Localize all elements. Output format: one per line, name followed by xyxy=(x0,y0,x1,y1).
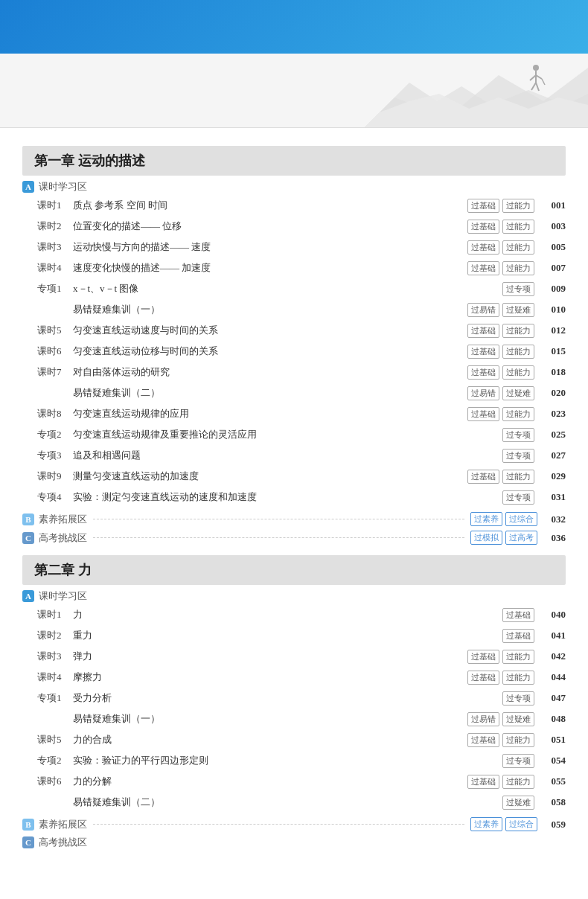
tag: 过基础 xyxy=(467,671,499,685)
toc-row[interactable]: 课时5力的合成过基础过能力051 xyxy=(22,729,566,750)
toc-number: 课时3 xyxy=(37,240,68,254)
toc-row[interactable]: 课时1力过基础040 xyxy=(22,604,566,625)
page-number: 018 xyxy=(543,366,566,378)
tag: 过专项 xyxy=(502,449,534,463)
tag: 过专项 xyxy=(502,754,534,768)
section-badge: A xyxy=(22,590,34,602)
tag: 过易错 xyxy=(467,303,499,317)
section-name: 课时学习区 xyxy=(39,589,87,603)
tag: 过素养 xyxy=(470,512,502,526)
tag: 过基础 xyxy=(467,733,499,747)
toc-text: 易错疑难集训（一） xyxy=(73,303,467,316)
tag: 过能力 xyxy=(502,407,534,421)
toc-text: 易错疑难集训（二） xyxy=(73,796,502,809)
toc-row[interactable]: 课时3运动快慢与方向的描述—— 速度过基础过能力005 xyxy=(22,237,566,257)
toc-tags: 过基础过能力 xyxy=(467,775,534,789)
toc-row[interactable]: 课时9测量匀变速直线运动的加速度过基础过能力029 xyxy=(22,466,566,487)
toc-row[interactable]: 课时7对自由落体运动的研究过基础过能力018 xyxy=(22,362,566,383)
tag: 过综合 xyxy=(505,512,537,526)
tag: 过模拟 xyxy=(470,531,502,545)
toc-text: 实验：测定匀变速直线运动的速度和加速度 xyxy=(73,490,502,504)
tag: 过专项 xyxy=(502,282,534,296)
main-content: 第一章 运动的描述A课时学习区课时1质点 参考系 空间 时间过基础过能力001课… xyxy=(0,128,588,858)
svg-line-6 xyxy=(536,75,542,79)
toc-text: 实验：验证力的平行四边形定则 xyxy=(73,754,502,767)
toc-text: 运动快慢与方向的描述—— 速度 xyxy=(73,240,467,254)
page-number: 042 xyxy=(543,650,566,662)
tag: 过基础 xyxy=(467,324,499,338)
svg-point-3 xyxy=(533,65,539,71)
mountains-decoration xyxy=(365,68,588,127)
toc-text: 匀变速直线运动规律的应用 xyxy=(73,407,467,420)
section-name: 素养拓展区 xyxy=(39,818,87,831)
svg-line-7 xyxy=(531,83,536,90)
tag: 过能力 xyxy=(502,650,534,664)
toc-row[interactable]: 专项3追及和相遇问题过专项027 xyxy=(22,445,566,466)
toc-row[interactable]: 易错疑难集训（一）过易错过疑难010 xyxy=(22,299,566,320)
toc-text: 匀变速直线运动位移与时间的关系 xyxy=(73,345,467,358)
toc-row[interactable]: 课时1质点 参考系 空间 时间过基础过能力001 xyxy=(22,195,566,216)
toc-row[interactable]: 易错疑难集训（二）过疑难058 xyxy=(22,792,566,813)
page-number: 048 xyxy=(543,713,566,725)
toc-tags: 过基础过能力 xyxy=(467,365,534,380)
tag: 过能力 xyxy=(502,220,534,234)
toc-tags: 过基础过能力 xyxy=(467,324,534,338)
tag: 过基础 xyxy=(467,345,499,359)
toc-tags: 过基础过能力 xyxy=(467,671,534,685)
toc-row[interactable]: 课时2重力过基础041 xyxy=(22,625,566,646)
toc-tags: 过基础 xyxy=(502,608,534,622)
toc-number: 课时6 xyxy=(37,775,68,788)
page-number: 040 xyxy=(543,609,566,621)
toc-number: 课时5 xyxy=(37,733,68,746)
chapter-title: 第二章 力 xyxy=(34,563,92,578)
toc-tags: 过基础过能力 xyxy=(467,470,534,484)
toc-row[interactable]: 课时6力的分解过基础过能力055 xyxy=(22,771,566,792)
page-number: 054 xyxy=(543,755,566,767)
page-number: 058 xyxy=(543,796,566,808)
page-number: 059 xyxy=(543,819,566,831)
toc-tags: 过基础过能力 xyxy=(467,345,534,359)
toc-tags: 过基础过能力 xyxy=(467,733,534,747)
toc-row[interactable]: 课时6匀变速直线运动位移与时间的关系过基础过能力015 xyxy=(22,341,566,362)
toc-row[interactable]: 专项2匀变速直线运动规律及重要推论的灵活应用过专项025 xyxy=(22,424,566,445)
toc-container: 第一章 运动的描述A课时学习区课时1质点 参考系 空间 时间过基础过能力001课… xyxy=(22,146,566,849)
toc-row[interactable]: 专项2实验：验证力的平行四边形定则过专项054 xyxy=(22,750,566,771)
section-dots xyxy=(93,824,464,825)
toc-tags: 过基础过能力 xyxy=(467,650,534,664)
toc-text: 重力 xyxy=(73,629,502,642)
toc-row[interactable]: 课时5匀变速直线运动速度与时间的关系过基础过能力012 xyxy=(22,320,566,341)
toc-row[interactable]: 课时3弹力过基础过能力042 xyxy=(22,646,566,667)
toc-row[interactable]: 专项1x－t、v－t 图像过专项009 xyxy=(22,278,566,299)
section-dots xyxy=(93,519,464,519)
toc-number: 课时3 xyxy=(37,650,68,663)
tag: 过基础 xyxy=(467,261,499,275)
toc-row[interactable]: 课时8匀变速直线运动规律的应用过基础过能力023 xyxy=(22,403,566,424)
tag: 过能力 xyxy=(502,199,534,213)
toc-text: 测量匀变速直线运动的加速度 xyxy=(73,470,467,483)
tag: 过能力 xyxy=(502,671,534,685)
section-name: 素养拓展区 xyxy=(39,513,87,526)
tag: 过疑难 xyxy=(502,303,534,317)
tag: 过能力 xyxy=(502,470,534,484)
toc-row[interactable]: 专项4实验：测定匀变速直线运动的速度和加速度过专项031 xyxy=(22,487,566,508)
page-number: 027 xyxy=(543,450,566,461)
toc-tags: 过易错过疑难 xyxy=(467,303,534,317)
toc-row[interactable]: 课时4速度变化快慢的描述—— 加速度过基础过能力007 xyxy=(22,257,566,278)
toc-number: 专项2 xyxy=(37,428,68,441)
tag: 过专项 xyxy=(502,428,534,442)
toc-text: 受力分析 xyxy=(73,691,502,705)
tag: 过基础 xyxy=(467,199,499,213)
toc-row[interactable]: 易错疑难集训（二）过易错过疑难020 xyxy=(22,383,566,403)
svg-line-5 xyxy=(530,75,536,80)
toc-row[interactable]: 专项1受力分析过专项047 xyxy=(22,688,566,708)
tag: 过能力 xyxy=(502,733,534,747)
page-number: 003 xyxy=(543,220,566,232)
toc-tags: 过基础 xyxy=(502,629,534,643)
toc-row[interactable]: 易错疑难集训（一）过易错过疑难048 xyxy=(22,708,566,729)
tag: 过基础 xyxy=(502,629,534,643)
motto-text xyxy=(521,61,551,97)
toc-row[interactable]: 课时4摩擦力过基础过能力044 xyxy=(22,667,566,688)
toc-row[interactable]: 课时2位置变化的描述—— 位移过基础过能力003 xyxy=(22,216,566,237)
section-label-row: C高考挑战区 xyxy=(22,836,566,849)
page-number: 025 xyxy=(543,429,566,441)
